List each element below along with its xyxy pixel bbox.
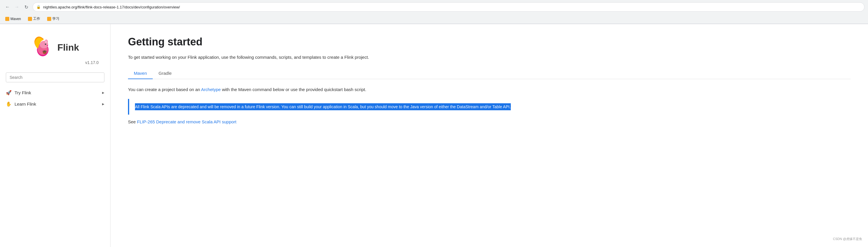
svg-rect-10 bbox=[44, 50, 45, 52]
see-text: See bbox=[128, 119, 136, 124]
try-flink-arrow: ▶ bbox=[102, 91, 104, 94]
description: You can create a project based on an Arc… bbox=[128, 86, 850, 93]
logo-area: Flink v1.17.0 bbox=[0, 30, 110, 68]
see-link-paragraph: See FLIP-265 Deprecate and remove Scala … bbox=[128, 119, 850, 124]
bookmark-icon-work bbox=[28, 17, 32, 21]
bookmark-maven[interactable]: Maven bbox=[3, 16, 23, 22]
flink-logo bbox=[31, 36, 54, 59]
try-flink-icon: 🚀 bbox=[6, 90, 12, 95]
flip-265-link[interactable]: FLIP-265 Deprecate and remove Scala API … bbox=[137, 119, 237, 124]
warning-text: All Flink Scala APIs are deprecated and … bbox=[135, 103, 511, 110]
svg-point-4 bbox=[45, 40, 47, 43]
warning-box: All Flink Scala APIs are deprecated and … bbox=[128, 99, 850, 115]
sidebar: Flink v1.17.0 🚀 Try Flink ▶ ✋ Learn Flin… bbox=[0, 24, 111, 247]
bookmark-icon-maven bbox=[5, 17, 9, 21]
csdn-watermark: CSDN @虎缘不是鱼 bbox=[833, 237, 862, 241]
address-text: nightlies.apache.org/flink/flink-docs-re… bbox=[43, 5, 861, 9]
try-flink-label: Try Flink bbox=[14, 90, 31, 95]
address-bar[interactable]: 🔒 nightlies.apache.org/flink/flink-docs-… bbox=[33, 2, 865, 12]
bookmark-icon-study bbox=[47, 17, 51, 21]
app-name: Flink bbox=[57, 42, 79, 53]
back-button[interactable]: ← bbox=[3, 3, 12, 11]
forward-button[interactable]: → bbox=[13, 3, 21, 11]
search-box[interactable] bbox=[6, 72, 104, 82]
sidebar-item-try-flink[interactable]: 🚀 Try Flink ▶ bbox=[0, 87, 110, 98]
refresh-button[interactable]: ↻ bbox=[22, 3, 30, 11]
bookmark-label-maven: Maven bbox=[10, 17, 21, 21]
main-content: Getting started To get started working o… bbox=[111, 24, 868, 247]
bookmarks-bar: Maven 工作 学习 bbox=[0, 14, 868, 24]
svg-point-6 bbox=[46, 44, 46, 44]
tab-maven[interactable]: Maven bbox=[128, 68, 153, 79]
nav-item-left-try: 🚀 Try Flink bbox=[6, 90, 31, 95]
bookmark-label-study: 学习 bbox=[52, 16, 59, 21]
nav-item-left-learn: ✋ Learn Flink bbox=[6, 101, 36, 107]
learn-flink-arrow: ▶ bbox=[102, 102, 104, 105]
learn-flink-label: Learn Flink bbox=[14, 101, 36, 106]
bookmark-study[interactable]: 学习 bbox=[45, 16, 61, 22]
version-label: v1.17.0 bbox=[6, 60, 104, 65]
sidebar-item-learn-flink[interactable]: ✋ Learn Flink ▶ bbox=[0, 98, 110, 110]
subtitle: To get started working on your Flink app… bbox=[128, 54, 850, 61]
tab-gradle[interactable]: Gradle bbox=[153, 68, 178, 79]
search-input[interactable] bbox=[9, 75, 101, 80]
logo-container: Flink bbox=[31, 36, 79, 59]
tabs: Maven Gradle bbox=[128, 68, 850, 79]
bookmark-work[interactable]: 工作 bbox=[26, 16, 42, 22]
browser-chrome: ← → ↻ 🔒 nightlies.apache.org/flink/flink… bbox=[0, 0, 868, 24]
nav-buttons: ← → ↻ bbox=[3, 3, 30, 11]
learn-flink-icon: ✋ bbox=[6, 101, 12, 107]
svg-point-5 bbox=[45, 43, 46, 45]
bookmark-label-work: 工作 bbox=[33, 16, 40, 21]
page-title: Getting started bbox=[128, 36, 850, 48]
lock-icon: 🔒 bbox=[36, 5, 41, 9]
archetype-link[interactable]: Archetype bbox=[201, 87, 221, 92]
page-layout: Flink v1.17.0 🚀 Try Flink ▶ ✋ Learn Flin… bbox=[0, 24, 868, 247]
svg-point-7 bbox=[47, 45, 48, 46]
